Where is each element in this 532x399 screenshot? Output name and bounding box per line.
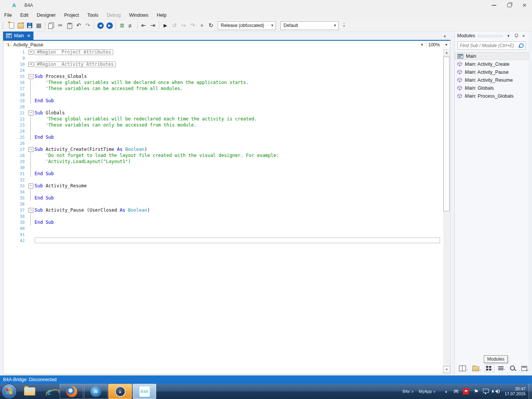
code-line-29[interactable]: 29 'Activity.LoadLayout("Layout1") xyxy=(3,158,443,165)
collapse-region-icon[interactable]: − xyxy=(28,147,33,152)
collapsed-region-box[interactable]: #Region Activity Attributes xyxy=(35,62,116,67)
code-line-42[interactable]: 42 xyxy=(3,238,443,244)
panel-close-icon[interactable]: ✕ xyxy=(521,34,526,38)
code-line-23[interactable]: 23 'These variables can only be accessed… xyxy=(3,122,443,128)
code-line-32[interactable]: 32 xyxy=(3,177,443,183)
panel-menu-icon[interactable]: ▼ xyxy=(506,34,511,38)
code-line-26[interactable]: 26 xyxy=(3,140,443,146)
deskband-myapp-chevron-icon[interactable]: » xyxy=(433,390,435,394)
build-configuration-dropdown[interactable]: Release (obfuscated)▼ xyxy=(218,21,276,30)
menu-windows[interactable]: Windows xyxy=(125,11,153,19)
taskbar-firefox-button[interactable] xyxy=(60,384,83,399)
collapse-region-icon[interactable]: − xyxy=(28,74,33,79)
panel-pin-icon[interactable] xyxy=(513,34,519,38)
menu-help[interactable]: Help xyxy=(152,11,171,19)
menu-tools[interactable]: Tools xyxy=(83,11,103,19)
module-item-globals[interactable]: Main: Globals xyxy=(455,84,529,92)
code-line-28[interactable]: 28 'Do not forget to load the layout fil… xyxy=(3,152,443,158)
copy-icon[interactable] xyxy=(47,21,55,30)
open-project-icon[interactable] xyxy=(16,21,25,30)
save-icon[interactable] xyxy=(25,21,34,30)
code-line-18[interactable]: 18 xyxy=(3,92,443,98)
rebuild-icon[interactable]: ↻ xyxy=(207,21,215,30)
profile-dropdown[interactable]: Default▼ xyxy=(280,21,339,30)
code-line-9[interactable]: 9 xyxy=(3,55,443,61)
scroll-down-icon[interactable]: ▼ xyxy=(443,366,450,373)
taskbar-media-app-button[interactable]: ▲ xyxy=(108,384,132,399)
code-line-31[interactable]: 31End Sub xyxy=(3,171,443,177)
code-line-36[interactable]: 36 xyxy=(3,201,443,207)
action-center-flag-icon[interactable]: ⚑ xyxy=(473,388,478,394)
logs-icon[interactable] xyxy=(497,365,506,372)
step-over-icon[interactable]: ↪ xyxy=(179,21,188,30)
zoom-dropdown[interactable]: 100%▼ xyxy=(426,41,450,49)
code-line-10[interactable]: 10+#Region Activity Attributes xyxy=(3,61,443,67)
menu-edit[interactable]: Edit xyxy=(16,11,33,19)
panel-drag-handle[interactable] xyxy=(477,35,504,38)
scroll-up-icon[interactable]: ▲ xyxy=(443,49,450,56)
deskband-b4x-label[interactable]: B4x xyxy=(403,389,410,394)
volume-icon[interactable] xyxy=(493,390,498,393)
toolbar-overflow-icon[interactable]: ▾ xyxy=(343,23,345,28)
resume-icon[interactable]: ↺ xyxy=(170,21,179,30)
code-line-30[interactable]: 30 xyxy=(3,165,443,171)
code-line-37[interactable]: 37−Sub Activity_Pause (UserClosed As Boo… xyxy=(3,207,443,213)
code-line-27[interactable]: 27−Sub Activity_Create(FirstTime As Bool… xyxy=(3,146,443,152)
code-line-24[interactable]: 24 xyxy=(3,128,443,134)
float-window-icon[interactable] xyxy=(520,365,530,372)
code-line-21[interactable]: 21−Sub Globals xyxy=(3,110,443,116)
close-button[interactable]: ✕ xyxy=(517,1,532,10)
tab-main[interactable]: Main ✕ xyxy=(3,32,33,40)
taskbar-ie-button[interactable]: e xyxy=(40,384,59,399)
collapsed-region-box[interactable]: #Region Project Attributes xyxy=(35,49,113,55)
code-line-39[interactable]: 39End Sub xyxy=(3,219,443,225)
network-icon[interactable] xyxy=(483,390,489,393)
tab-close-icon[interactable]: ✕ xyxy=(27,33,30,38)
scrollbar-thumb[interactable] xyxy=(443,57,450,211)
editor-vertical-scrollbar[interactable]: ▲ ▼ xyxy=(443,49,450,373)
uncomment-icon[interactable]: ≢ xyxy=(127,21,135,30)
paste-icon[interactable] xyxy=(65,21,74,30)
show-hidden-icons-button[interactable]: ▲ xyxy=(445,390,448,393)
menu-project[interactable]: Project xyxy=(60,11,83,19)
outdent-icon[interactable]: ⇤ xyxy=(139,21,148,30)
redo-icon[interactable]: ↷ xyxy=(84,21,92,30)
code-line-40[interactable]: 40 xyxy=(3,225,443,231)
code-line-22[interactable]: 22 'These global variables will be redec… xyxy=(3,116,443,122)
code-line-35[interactable]: 35End Sub xyxy=(3,195,443,201)
collapse-region-icon[interactable]: − xyxy=(28,184,33,188)
restore-button[interactable] xyxy=(502,1,517,10)
module-item-process_globals[interactable]: Main: Process_Globals xyxy=(455,92,529,100)
mail-tray-icon[interactable]: ✉↓ xyxy=(454,388,459,395)
code-editor[interactable]: 1+#Region Project Attributes910+#Region … xyxy=(3,48,450,374)
code-line-19[interactable]: 19End Sub xyxy=(3,98,443,104)
find-icon[interactable] xyxy=(509,364,518,372)
cut-icon[interactable]: ✂ xyxy=(56,21,65,30)
show-desktop-button[interactable] xyxy=(529,384,532,399)
start-button[interactable] xyxy=(2,384,17,399)
code-line-16[interactable]: 16 'These global variables will be decla… xyxy=(3,79,443,86)
expand-region-icon[interactable]: + xyxy=(28,50,33,55)
stop-icon[interactable]: ■ xyxy=(198,21,206,30)
collapse-region-icon[interactable]: − xyxy=(28,111,33,116)
menu-designer[interactable]: Designer xyxy=(33,11,60,19)
module-item-activity_pause[interactable]: Main: Activity_Pause xyxy=(455,68,529,76)
code-line-17[interactable]: 17 'These variables can be accessed from… xyxy=(3,86,443,92)
code-line-38[interactable]: 38 xyxy=(3,213,443,219)
toolbar-grip[interactable] xyxy=(2,22,5,29)
find-sub-module-input[interactable]: Find Sub / Module (Ctrl+E) xyxy=(458,41,526,50)
navigate-forward-icon[interactable]: ▶ xyxy=(105,21,114,30)
comment-icon[interactable]: ≣ xyxy=(118,21,126,30)
undo-icon[interactable]: ↶ xyxy=(74,21,83,30)
code-line-25[interactable]: 25End Sub xyxy=(3,134,443,140)
code-line-41[interactable]: 41 xyxy=(3,231,443,238)
minimize-button[interactable] xyxy=(486,1,502,10)
taskbar-thunderbird-button[interactable]: ✉ xyxy=(84,384,108,399)
modules-icon[interactable] xyxy=(484,364,494,372)
run-icon[interactable]: ▶ xyxy=(161,21,169,30)
deskband-myapp-label[interactable]: MyApp xyxy=(419,389,432,394)
expand-region-icon[interactable]: + xyxy=(28,62,33,67)
deskband-b4x-chevron-icon[interactable]: » xyxy=(412,390,414,394)
sub-selector-dropdown[interactable]: Activity_Pause ▼ xyxy=(3,41,426,49)
code-line-20[interactable]: 20 xyxy=(3,104,443,110)
